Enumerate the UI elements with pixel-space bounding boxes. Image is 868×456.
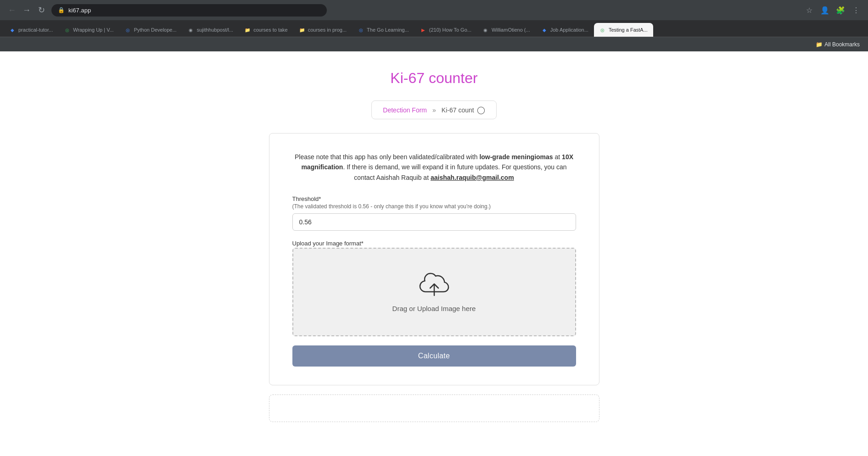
bookmark-all-bookmarks[interactable]: 📁 All Bookmarks (813, 40, 862, 49)
browser-actions: ☆ 👤 🧩 ⋮ (803, 4, 862, 17)
url-text: ki67.app (68, 7, 91, 14)
tab-favicon: 📁 (299, 27, 305, 33)
tab-label: (210) How To Go... (429, 27, 471, 33)
tab-label: Python Develope... (134, 27, 177, 33)
tab-label: WilliamOtieno (... (492, 27, 530, 33)
tab-favicon: ◎ (125, 27, 131, 33)
tab-label: Wrapping Up | V... (73, 27, 113, 33)
upload-field-group: Upload your Image format* Drag or Upload… (292, 240, 576, 336)
upload-text: Drag or Upload Image here (302, 305, 566, 312)
tab-william[interactable]: ◉ WilliamOtieno (... (477, 23, 536, 37)
bookmark-label: All Bookmarks (824, 41, 860, 48)
notice-bold1: low-grade meningiomas (479, 153, 553, 161)
notice-email[interactable]: aaishah.raquib@gmail.com (431, 174, 514, 181)
upload-label: Upload your Image format* (292, 240, 576, 247)
step2-check-icon: ◯ (477, 106, 485, 114)
threshold-field-group: Threshold* (The validated threshold is 0… (292, 195, 576, 231)
step-arrows: » (432, 106, 436, 114)
tabs-bar: ◆ practical-tutor... ◎ Wrapping Up | V..… (0, 20, 868, 37)
browser-toolbar: ← → ↻ 🔒 ki67.app ☆ 👤 🧩 ⋮ (0, 0, 868, 20)
step2-item[interactable]: Ki-67 count ◯ (442, 106, 485, 114)
steps-container: Detection Form » Ki-67 count ◯ (371, 100, 496, 119)
tab-sujith[interactable]: ◉ sujithhubpost/l... (182, 23, 239, 37)
notice-prefix: Please note that this app has only been … (295, 153, 479, 161)
app-title: Ki-67 counter (9, 70, 859, 87)
tab-favicon: ◎ (358, 27, 364, 33)
tab-favicon: ▶ (420, 27, 426, 33)
tab-favicon: ◉ (482, 27, 489, 33)
tab-favicon: ◆ (541, 27, 548, 33)
tab-testing-fast[interactable]: ◎ Testing a FastA... (594, 23, 653, 37)
nav-buttons: ← → ↻ (6, 4, 48, 17)
upload-icon (302, 272, 566, 299)
threshold-hint: (The validated threshold is 0.56 - only … (292, 203, 576, 210)
tab-label: Testing a FastA... (609, 27, 648, 33)
tab-youtube[interactable]: ▶ (210) How To Go... (414, 23, 477, 37)
back-button[interactable]: ← (6, 4, 18, 17)
tab-favicon: ◎ (64, 27, 70, 33)
address-bar[interactable]: 🔒 ki67.app (51, 4, 327, 17)
tab-favicon: ◎ (599, 27, 606, 33)
step1-item[interactable]: Detection Form (383, 106, 427, 114)
tab-label: sujithhubpost/l... (197, 27, 234, 33)
step2-label: Ki-67 count (442, 106, 474, 114)
tab-label: practical-tutor... (18, 27, 53, 33)
tab-label: Job Application... (550, 27, 588, 33)
tab-go-learning[interactable]: ◎ The Go Learning... (352, 23, 414, 37)
tab-wrapping-up[interactable]: ◎ Wrapping Up | V... (58, 23, 119, 37)
page-content: Ki-67 counter Detection Form » Ki-67 cou… (0, 51, 868, 456)
tab-favicon: ◉ (188, 27, 194, 33)
bottom-hint-card (269, 395, 599, 422)
reload-button[interactable]: ↻ (35, 4, 48, 17)
forward-button[interactable]: → (20, 4, 33, 17)
bookmarks-bar: 📁 All Bookmarks (0, 37, 868, 51)
bookmark-star-button[interactable]: ☆ (803, 4, 816, 17)
calculate-button[interactable]: Calculate (292, 345, 576, 367)
upload-zone[interactable]: Drag or Upload Image here (292, 248, 576, 336)
step1-label: Detection Form (383, 106, 427, 114)
menu-button[interactable]: ⋮ (850, 4, 862, 17)
form-card: Please note that this app has only been … (269, 133, 599, 385)
browser-chrome: ← → ↻ 🔒 ki67.app ☆ 👤 🧩 ⋮ ◆ practical-tut… (0, 0, 868, 51)
notice-middle: at (553, 153, 562, 161)
tab-label: The Go Learning... (367, 27, 409, 33)
extensions-button[interactable]: 🧩 (834, 4, 847, 17)
threshold-input[interactable] (292, 213, 576, 231)
threshold-label: Threshold* (292, 195, 576, 202)
tab-practical-tutor[interactable]: ◆ practical-tutor... (4, 23, 58, 37)
folder-icon: 📁 (816, 41, 823, 48)
tab-python[interactable]: ◎ Python Develope... (119, 23, 182, 37)
notice-text: Please note that this app has only been … (292, 152, 576, 183)
lock-icon: 🔒 (58, 7, 65, 13)
tab-courses-progress[interactable]: 📁 courses in prog... (293, 23, 352, 37)
tab-job-app[interactable]: ◆ Job Application... (536, 23, 594, 37)
steps-nav: Detection Form » Ki-67 count ◯ (9, 100, 859, 119)
tab-favicon: 📁 (244, 27, 251, 33)
tab-favicon: ◆ (9, 27, 16, 33)
tab-label: courses in prog... (308, 27, 347, 33)
tab-label: courses to take (253, 27, 288, 33)
profile-button[interactable]: 👤 (818, 4, 831, 17)
tab-courses-take[interactable]: 📁 courses to take (239, 23, 293, 37)
